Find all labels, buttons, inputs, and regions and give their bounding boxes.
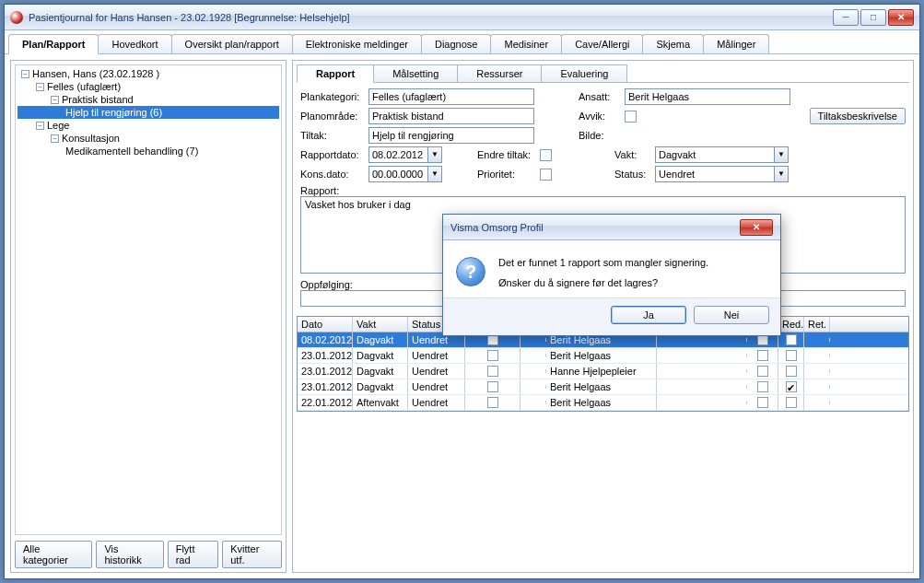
lbl-status: Status: [614, 169, 651, 180]
planomrade-input[interactable] [368, 108, 534, 124]
alle-kategorier-button[interactable]: Alle kategorier [15, 541, 92, 568]
tab-meldinger[interactable]: Elektroniske meldinger [292, 34, 422, 53]
dialog-line2: Ønsker du å signere før det lagres? [498, 277, 708, 288]
tab-diagnose[interactable]: Diagnose [421, 34, 491, 53]
row-avvik-checkbox[interactable] [757, 397, 768, 408]
tab-hovedkort[interactable]: Hovedkort [98, 34, 171, 53]
dialog-title: Visma Omsorg Profil [450, 222, 740, 233]
row-avvik-checkbox[interactable] [757, 381, 768, 392]
main-tabs: Plan/Rapport Hovedkort Oversikt plan/rap… [5, 30, 919, 54]
tree-root[interactable]: −Hansen, Hans (23.02.1928 ) [18, 67, 279, 80]
tab-skjema[interactable]: Skjema [642, 34, 704, 53]
lbl-endre: Endre tiltak: [477, 149, 536, 160]
rtab-ressurser[interactable]: Ressurser [457, 64, 542, 82]
table-row[interactable]: 23.01.2012DagvaktUendretHanne Hjelpeplei… [298, 364, 908, 379]
rapportdato-dd[interactable]: ▼ [428, 146, 442, 163]
lbl-rapport: Rapport: [300, 185, 906, 196]
col-dato[interactable]: Dato [298, 317, 353, 332]
rapportdato-input[interactable] [368, 146, 428, 163]
row-endre-checkbox[interactable] [487, 350, 498, 361]
dialog-no-button[interactable]: Nei [694, 306, 769, 324]
tab-plan-rapport[interactable]: Plan/Rapport [8, 34, 99, 54]
dialog-line1: Det er funnet 1 rapport som mangler sign… [498, 257, 708, 268]
tab-oversikt[interactable]: Oversikt plan/rapport [171, 34, 293, 53]
lbl-konsdato: Kons.dato: [300, 169, 365, 180]
dialog-close-button[interactable]: ✕ [740, 219, 773, 236]
row-avvik-checkbox[interactable] [757, 366, 768, 377]
tree-rengjoring[interactable]: Hjelp til rengjøring (6) [18, 106, 279, 119]
left-panel: −Hansen, Hans (23.02.1928 ) −Felles (ufa… [10, 60, 287, 573]
col-vakt[interactable]: Vakt [353, 317, 408, 332]
tree-praktisk[interactable]: −Praktisk bistand [18, 93, 279, 106]
row-endre-checkbox[interactable] [487, 366, 498, 377]
window-title: Pasientjournal for Hans Hansen - 23.02.1… [29, 12, 833, 23]
dialog-titlebar: Visma Omsorg Profil ✕ [443, 215, 780, 240]
maximize-button[interactable]: □ [860, 9, 886, 26]
app-icon [10, 11, 23, 24]
tab-medisiner[interactable]: Medisiner [490, 34, 562, 53]
lbl-tiltak: Tiltak: [300, 130, 365, 141]
dialog-text: Det er funnet 1 rapport som mangler sign… [498, 257, 708, 288]
status-select[interactable] [655, 166, 775, 182]
lbl-planomrade: Planområde: [300, 111, 365, 122]
lbl-avvik: Avvik: [579, 111, 621, 122]
vakt-select[interactable] [655, 146, 775, 163]
tree-konsultasjon[interactable]: −Konsultasjon [18, 132, 279, 145]
table-row[interactable]: 23.01.2012DagvaktUendretBerit Helgaas✔ [298, 379, 908, 395]
tree-felles[interactable]: −Felles (ufaglært) [18, 80, 279, 93]
tiltak-input[interactable] [368, 127, 534, 144]
endre-checkbox[interactable] [540, 149, 552, 161]
tab-malinger[interactable]: Målinger [703, 34, 769, 53]
titlebar: Pasientjournal for Hans Hansen - 23.02.1… [5, 5, 919, 30]
row-red-checkbox[interactable] [786, 366, 797, 377]
tab-cave[interactable]: Cave/Allergi [561, 34, 643, 53]
row-avvik-checkbox[interactable] [757, 350, 768, 361]
row-endre-checkbox[interactable] [487, 381, 498, 392]
ansatt-input[interactable] [625, 88, 790, 105]
question-icon: ? [456, 257, 485, 286]
avvik-checkbox[interactable] [625, 111, 637, 122]
lbl-prioritet: Prioritet: [477, 169, 536, 180]
row-red-checkbox[interactable]: ✔ [786, 381, 797, 392]
vis-historikk-button[interactable]: Vis historikk [96, 541, 163, 568]
confirm-dialog: Visma Omsorg Profil ✕ ? Det er funnet 1 … [442, 214, 781, 336]
vakt-dd[interactable]: ▼ [775, 146, 789, 163]
tiltaksbeskrivelse-button[interactable]: Tiltaksbeskrivelse [810, 108, 906, 124]
lbl-vakt: Vakt: [614, 149, 651, 160]
plan-tree[interactable]: −Hansen, Hans (23.02.1928 ) −Felles (ufa… [15, 64, 282, 535]
konsdato-input[interactable] [368, 166, 428, 182]
tree-lege[interactable]: −Lege [18, 119, 279, 132]
table-row[interactable]: 22.01.2012AftenvaktUendretBerit Helgaas [298, 395, 908, 411]
rtab-rapport[interactable]: Rapport [297, 64, 374, 83]
lbl-bilde: Bilde: [579, 130, 621, 141]
flytt-rad-button[interactable]: Flytt rad [168, 541, 219, 568]
prioritet-checkbox[interactable] [540, 169, 552, 181]
konsdato-dd[interactable]: ▼ [428, 166, 442, 182]
col-red[interactable]: Red. [778, 317, 804, 332]
table-row[interactable]: 23.01.2012DagvaktUendretBerit Helgaas [298, 348, 908, 364]
lbl-rapportdato: Rapportdato: [300, 149, 365, 160]
status-dd[interactable]: ▼ [775, 166, 789, 182]
rtab-malsetting[interactable]: Målsetting [373, 64, 458, 82]
close-button[interactable]: ✕ [888, 9, 914, 26]
report-tabs: Rapport Målsetting Ressurser Evaluering [297, 64, 909, 83]
row-red-checkbox[interactable] [786, 350, 797, 361]
lbl-ansatt: Ansatt: [579, 91, 621, 102]
dialog-yes-button[interactable]: Ja [611, 306, 686, 324]
row-red-checkbox[interactable] [786, 397, 797, 408]
col-ret[interactable]: Ret. [804, 317, 830, 332]
plankategori-input[interactable] [368, 88, 534, 105]
row-red-checkbox[interactable] [786, 334, 797, 345]
rtab-evaluering[interactable]: Evaluering [541, 64, 627, 82]
kvitter-utf-button[interactable]: Kvitter utf. [222, 541, 282, 568]
minimize-button[interactable]: ─ [833, 9, 859, 26]
row-endre-checkbox[interactable] [487, 397, 498, 408]
lbl-plankategori: Plankategori: [300, 91, 365, 102]
tree-medikamentell[interactable]: Medikamentell behandling (7) [18, 145, 279, 157]
